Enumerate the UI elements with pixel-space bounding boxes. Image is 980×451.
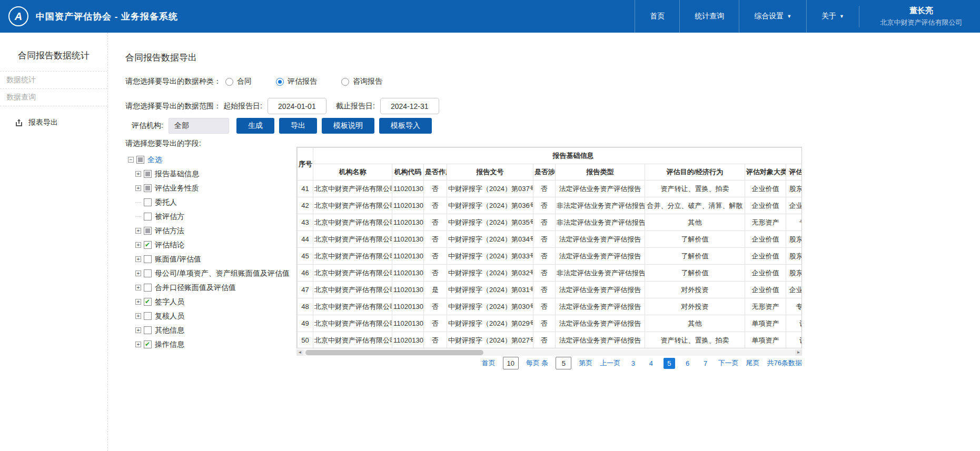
user-block[interactable]: 董长亮 北京中财资产评估有限公司 xyxy=(859,6,980,27)
scroll-left-arrow-icon[interactable]: ◄ xyxy=(296,349,303,356)
nav-item-统计查询[interactable]: 统计查询 xyxy=(679,0,739,33)
field-tree: −全选+报告基础信息+评估业务性质委托人被评估方+评估方法+评估结论+账面值/评… xyxy=(128,153,290,352)
table-cell: 45 xyxy=(298,248,313,265)
tree-checkbox[interactable] xyxy=(144,298,152,306)
tree-node-label[interactable]: 被评估方 xyxy=(155,212,184,222)
page-number-button-4[interactable]: 4 xyxy=(646,359,656,367)
tree-node-label[interactable]: 评估结论 xyxy=(155,240,184,250)
tree-checkbox[interactable] xyxy=(144,340,152,348)
tree-expander-icon[interactable]: + xyxy=(135,285,141,290)
tree-checkbox[interactable] xyxy=(144,312,152,320)
tree-expander-icon[interactable]: + xyxy=(135,171,141,177)
tree-checkbox[interactable] xyxy=(144,326,152,334)
org-filter-label: 评估机构: xyxy=(132,121,163,131)
org-filter-input[interactable] xyxy=(169,118,229,134)
table-row[interactable]: 45北京中财资产评估有限公司11020130否中财评报字（2024）第033号否… xyxy=(298,248,803,265)
column-header: 是否作废 xyxy=(424,164,447,181)
sidebar-item-数据统计[interactable]: 数据统计 xyxy=(0,71,107,88)
pagination-prev-button[interactable]: 上一页 xyxy=(600,358,620,368)
tree-node-label[interactable]: 评估方法 xyxy=(155,226,184,236)
page-number-button-6[interactable]: 6 xyxy=(682,359,693,367)
tree-checkbox[interactable] xyxy=(144,184,152,192)
table-horizontal-scrollbar[interactable]: ◄ ► xyxy=(296,349,802,356)
tree-node-label[interactable]: 其他信息 xyxy=(155,326,184,335)
radio-icon xyxy=(225,78,233,86)
tree-checkbox[interactable] xyxy=(144,170,152,178)
table-row[interactable]: 41北京中财资产评估有限公司11020130否中财评报字（2024）第037号否… xyxy=(298,181,803,197)
button-模板导入[interactable]: 模板导入 xyxy=(379,118,432,134)
tree-checkbox[interactable] xyxy=(144,284,152,292)
tree-expander-icon[interactable]: − xyxy=(128,157,134,163)
table-cell: 股东部分权益 xyxy=(786,181,803,197)
button-导出[interactable]: 导出 xyxy=(279,118,317,134)
page-size-input[interactable] xyxy=(503,357,519,369)
tree-checkbox[interactable] xyxy=(144,269,152,277)
table-cell: 否 xyxy=(424,248,447,265)
tree-node-label[interactable]: 评估业务性质 xyxy=(155,184,199,193)
table-cell: 否 xyxy=(533,181,556,197)
app-header: A 中国资产评估协会 - 业务报备系统 首页统计查询综合设置▼关于▼ 董长亮 北… xyxy=(0,0,980,33)
tree-expander-icon[interactable]: + xyxy=(135,342,141,347)
table-row[interactable]: 50北京中财资产评估有限公司11020130否中财评报字（2024）第027号否… xyxy=(298,332,803,349)
end-date-input[interactable] xyxy=(380,98,439,114)
page-number-button-5[interactable]: 5 xyxy=(664,358,675,369)
button-模板说明[interactable]: 模板说明 xyxy=(322,118,374,134)
nav-item-关于[interactable]: 关于▼ xyxy=(806,0,859,33)
goto-page-input[interactable] xyxy=(556,357,571,369)
table-row[interactable]: 49北京中财资产评估有限公司11020130否中财评报字（2024）第029号否… xyxy=(298,315,803,332)
scroll-right-arrow-icon[interactable]: ► xyxy=(795,349,802,356)
pagination-last-button[interactable]: 尾页 xyxy=(746,358,760,368)
tree-expander-icon[interactable]: + xyxy=(135,185,141,191)
table-cell: 无形资产 xyxy=(745,298,786,315)
radio-option-咨询报告[interactable]: 咨询报告 xyxy=(341,77,382,86)
sidebar-item-report-export[interactable]: 报表导出 xyxy=(0,118,107,127)
tree-node-label[interactable]: 签字人员 xyxy=(155,297,184,307)
tree-node-label[interactable]: 报告基础信息 xyxy=(155,169,199,179)
page-number-button-3[interactable]: 3 xyxy=(628,359,638,367)
pagination-first-button[interactable]: 首页 xyxy=(482,358,496,368)
tree-node-label[interactable]: 母公司/单项资产、资产组账面值及评估值 xyxy=(155,269,290,278)
tree-node-label[interactable]: 操作信息 xyxy=(155,340,184,349)
table-cell: 中财评报字（2024）第027号 xyxy=(447,332,533,349)
nav-item-首页[interactable]: 首页 xyxy=(635,0,679,33)
table-row[interactable]: 48北京中财资产评估有限公司11020130否中财评报字（2024）第030号否… xyxy=(298,298,803,315)
table-row[interactable]: 43北京中财资产评估有限公司11020130否中财评报字（2024）第035号否… xyxy=(298,214,803,231)
tree-expander-icon[interactable]: + xyxy=(135,256,141,262)
tree-node-label[interactable]: 复核人员 xyxy=(155,312,184,321)
table-row[interactable]: 47北京中财资产评估有限公司11020130是中财评报字（2024）第031号否… xyxy=(298,282,803,298)
tree-expander-icon[interactable]: + xyxy=(135,327,141,333)
tree-checkbox[interactable] xyxy=(144,227,152,235)
table-row[interactable]: 44北京中财资产评估有限公司11020130否中财评报字（2024）第034号否… xyxy=(298,231,803,248)
tree-expander-icon[interactable]: + xyxy=(135,228,141,234)
table-cell: 否 xyxy=(533,197,556,214)
pagination-next-button[interactable]: 下一页 xyxy=(718,358,739,368)
tree-node-label[interactable]: 合并口径账面值及评估值 xyxy=(155,283,236,293)
table-row[interactable]: 42北京中财资产评估有限公司11020130否中财评报字（2024）第036号否… xyxy=(298,197,803,214)
tree-checkbox[interactable] xyxy=(144,255,152,263)
nav-item-综合设置[interactable]: 综合设置▼ xyxy=(739,0,806,33)
tree-expander-icon[interactable]: + xyxy=(135,313,141,319)
radio-label: 咨询报告 xyxy=(353,77,382,86)
table-cell: 11020130 xyxy=(392,248,424,265)
tree-node-label[interactable]: 账面值/评估值 xyxy=(155,255,201,264)
tree-node-label[interactable]: 委托人 xyxy=(155,198,177,207)
button-生成[interactable]: 生成 xyxy=(236,118,274,134)
page-number-button-7[interactable]: 7 xyxy=(700,359,711,367)
start-date-input[interactable] xyxy=(268,98,326,114)
tree-expander-icon[interactable]: + xyxy=(135,299,141,305)
table-row[interactable]: 46北京中财资产评估有限公司11020130否中财评报字（2024）第032号否… xyxy=(298,265,803,282)
radio-option-评估报告[interactable]: 评估报告 xyxy=(276,77,317,86)
tree-node-评估方法: +评估方法 xyxy=(128,224,290,238)
scrollbar-track[interactable] xyxy=(303,349,795,356)
sidebar-item-数据查询[interactable]: 数据查询 xyxy=(0,88,107,106)
tree-node-label[interactable]: 全选 xyxy=(147,155,162,165)
tree-expander-icon[interactable]: + xyxy=(135,242,141,248)
radio-option-合同[interactable]: 合同 xyxy=(225,77,252,86)
tree-checkbox[interactable] xyxy=(144,213,152,221)
table-cell: 法定评估业务资产评估报告 xyxy=(556,248,645,265)
scrollbar-thumb[interactable] xyxy=(305,350,483,355)
tree-expander-icon[interactable]: + xyxy=(135,270,141,276)
tree-checkbox[interactable] xyxy=(144,198,152,206)
tree-checkbox[interactable] xyxy=(136,156,144,164)
tree-checkbox[interactable] xyxy=(144,241,152,249)
